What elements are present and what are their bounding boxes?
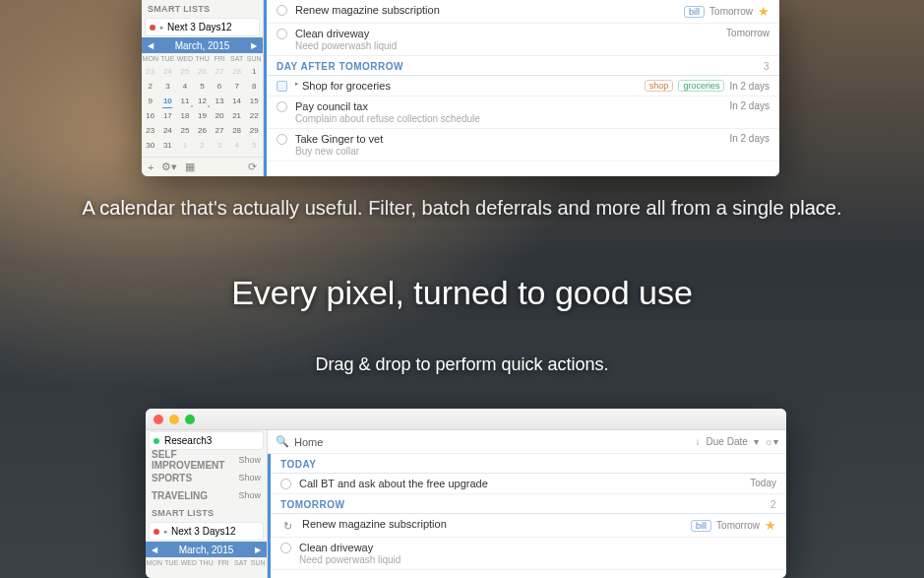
sort-direction-icon[interactable]: ↓ [696,436,701,447]
sidebar-item-next3days[interactable]: ▸ Next 3 Days 12 [145,18,260,36]
section-count: 3 [764,61,770,72]
sidebar-group[interactable]: SELF IMPROVEMENTShow [146,451,267,469]
sidebar-item-research[interactable]: Research 3 [149,431,264,450]
task-row[interactable]: ↻Renew magazine subscriptionbillTomorrow… [271,514,786,538]
calendar-toggle-button[interactable]: ▦ [185,161,195,173]
star-icon[interactable]: ★ [765,518,776,533]
star-icon[interactable]: ★ [758,4,770,19]
task-checkbox[interactable] [277,101,287,112]
task-section-header: TOMORROW2 [271,494,786,514]
add-list-button[interactable]: + [148,161,154,173]
calendar-day[interactable]: 5 [245,138,263,153]
calendar-day[interactable]: 22 [245,108,263,123]
search-icon[interactable]: 🔍 [276,435,289,448]
calendar-day[interactable]: 25 [176,64,194,79]
calendar-day[interactable]: 23 [142,64,159,79]
calendar-day[interactable]: 3 [159,79,177,94]
calendar-day[interactable]: 1 [176,138,194,153]
sidebar-group-show[interactable]: Show [238,490,261,500]
sort-dropdown-icon[interactable]: ▾ [754,436,759,447]
calendar-day[interactable]: 17 [159,108,177,123]
task-checkbox[interactable] [277,29,287,39]
sidebar-item-next3days[interactable]: ▸ Next 3 Days 12 [149,522,264,541]
traffic-minimize-button[interactable] [169,415,179,424]
calendar-prev-button[interactable]: ◀ [152,546,157,554]
task-checkbox[interactable] [277,5,287,16]
calendar-day[interactable]: 21 [228,108,246,123]
sidebar-heading-smart: SMART LISTS [142,0,263,17]
sidebar-group-show[interactable]: Show [238,455,261,465]
task-row[interactable]: Pay council taxComplain about refuse col… [267,96,779,129]
task-row[interactable]: ▸Shop for groceriesshopgroceriesIn 2 day… [267,76,779,96]
calendar-day[interactable]: 25 [176,123,194,138]
calendar-day[interactable]: 4 [176,79,194,94]
calendar-day[interactable]: 29 [245,123,263,138]
calendar-day[interactable]: 26 [194,123,212,138]
calendar-dow: SUN [245,53,263,64]
calendar-day[interactable]: 2 [194,138,212,153]
task-checkbox[interactable] [277,134,287,145]
traffic-close-button[interactable] [154,415,163,424]
calendar-day[interactable]: 24 [159,123,177,138]
calendar-day[interactable]: 18 [176,108,194,123]
calendar-day[interactable]: 28 [228,64,246,79]
calendar-day[interactable]: 11 [176,94,194,108]
calendar-next-button[interactable]: ▶ [251,41,257,50]
sidebar-group[interactable]: SPORTSShow [146,469,267,486]
calendar-day[interactable]: 27 [211,123,228,138]
calendar-day[interactable]: 5 [194,79,212,94]
task-note: Complain about refuse collection schedul… [295,113,729,124]
task-tag[interactable]: groceries [678,80,724,92]
calendar-day[interactable]: 9 [142,94,159,108]
calendar-day[interactable]: 10 [159,94,177,108]
settings-button[interactable]: ⚙︎▾ [161,161,177,173]
task-checkbox[interactable] [277,81,287,92]
sidebar-item-count: 12 [220,22,231,32]
task-row[interactable]: Renew magazine subscriptionbillTomorrow★ [267,0,779,24]
traffic-zoom-button[interactable] [185,415,195,424]
calendar-day[interactable]: 28 [228,123,246,138]
calendar-day[interactable]: 12 [194,94,212,108]
task-tag[interactable]: bill [691,520,711,532]
calendar-day[interactable]: 20 [211,108,228,123]
task-recurring-icon[interactable]: ↻ [280,519,294,533]
calendar-day[interactable]: 26 [194,64,212,79]
calendar-day[interactable]: 19 [194,108,212,123]
calendar-day[interactable]: 27 [211,64,228,79]
calendar-day[interactable]: 4 [228,138,246,153]
task-meta: shopgroceriesIn 2 days [645,80,770,92]
calendar-day[interactable]: 7 [228,79,246,94]
calendar-day[interactable]: 3 [211,138,228,153]
sidebar-group[interactable]: TRAVELINGShow [146,486,267,504]
disclosure-icon[interactable]: ▸ [295,80,299,88]
calendar-day[interactable]: 6 [211,79,228,94]
calendar-day[interactable]: 2 [142,79,159,94]
sync-button[interactable]: ⟳ [248,161,257,173]
calendar-next-button[interactable]: ▶ [255,546,261,554]
task-row[interactable]: Take Ginger to vetBuy new collarIn 2 day… [267,129,779,161]
view-options-button[interactable]: ☼▾ [765,436,778,447]
task-tag[interactable]: bill [684,6,705,18]
calendar-dow: THU [198,557,216,568]
calendar-day[interactable]: 13 [211,94,228,108]
calendar-day[interactable]: 8 [245,79,263,94]
calendar-day[interactable]: 16 [142,108,159,123]
task-row[interactable]: Clean drivewayNeed powerwash liquidTomor… [267,24,779,56]
calendar-day[interactable]: 30 [142,138,159,153]
calendar-grid[interactable]: 2324252627281234567891011121314151617181… [142,64,263,153]
calendar-day[interactable]: 15 [245,94,263,108]
sidebar-group-show[interactable]: Show [238,473,261,482]
task-row[interactable]: Call BT and ask about the free upgradeTo… [271,474,786,494]
calendar-day[interactable]: 14 [228,94,246,108]
task-checkbox[interactable] [280,479,291,489]
task-row[interactable]: Clean drivewayNeed powerwash liquid [271,538,786,570]
task-checkbox[interactable] [280,543,291,553]
task-tag[interactable]: shop [645,80,674,92]
sort-label[interactable]: Due Date [707,436,748,447]
calendar-day[interactable]: 31 [159,138,177,153]
breadcrumb[interactable]: Home [294,436,323,448]
calendar-day[interactable]: 1 [245,64,263,79]
calendar-day[interactable]: 24 [159,64,177,79]
calendar-day[interactable]: 23 [142,123,159,138]
calendar-prev-button[interactable]: ◀ [148,41,154,50]
